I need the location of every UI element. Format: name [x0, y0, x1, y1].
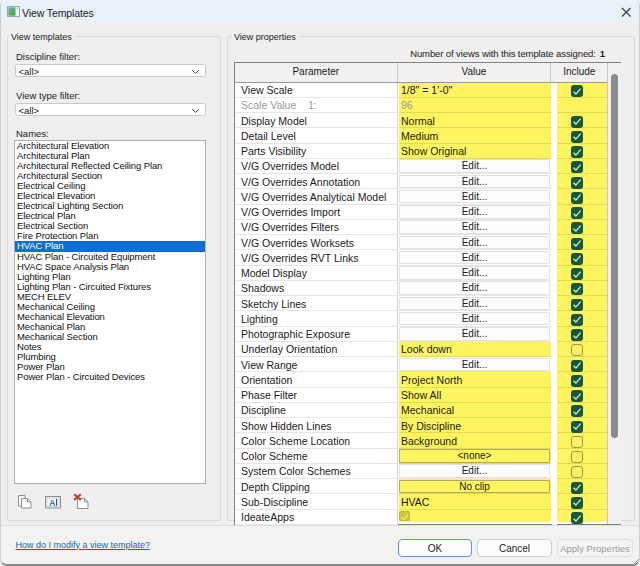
svg-text:A: A	[49, 498, 56, 508]
